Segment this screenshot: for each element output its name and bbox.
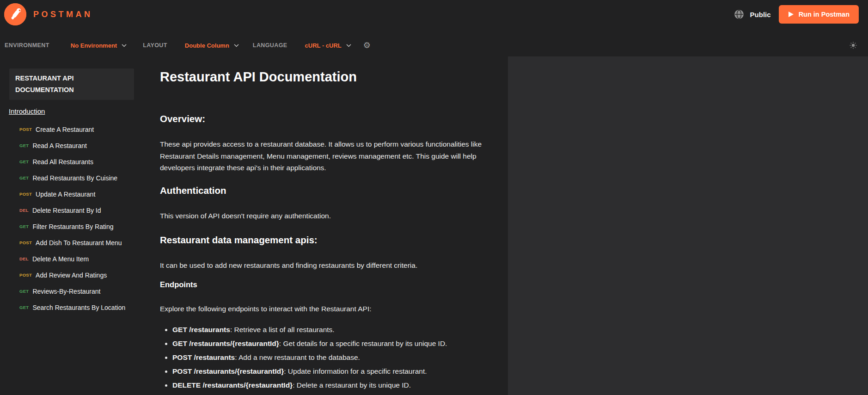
request-label: Read Restaurants By Cuisine [32, 174, 117, 182]
method-badge: GET [19, 224, 29, 229]
sidebar-item-read-all-restaurants[interactable]: GET Read All Restaurants [0, 154, 153, 170]
language-value: cURL - cURL [305, 42, 342, 49]
postman-astronaut-icon [4, 3, 26, 25]
request-label: Reviews-By-Restaurant [32, 288, 100, 295]
endpoints-list: GET /restaurants: Retrieve a list of all… [160, 324, 508, 391]
environment-label: ENVIRONMENT [5, 42, 49, 49]
sidebar-item-read-restaurants-by-cuisine[interactable]: GET Read Restaurants By Cuisine [0, 170, 153, 186]
method-badge: POST [19, 127, 32, 132]
run-in-postman-button[interactable]: Run in Postman [779, 5, 859, 24]
management-body: It can be used to add new restaurants an… [160, 259, 508, 272]
chevron-down-icon [346, 44, 351, 47]
layout-selector[interactable]: Double Column [185, 42, 239, 49]
method-badge: GET [19, 175, 29, 180]
collection-title[interactable]: RESTAURANT API DOCUMENTATION [9, 68, 134, 100]
sidebar-item-introduction[interactable]: Introduction [9, 107, 45, 115]
header-actions: Public Run in Postman [734, 5, 859, 24]
docs-toolbar: ENVIRONMENT No Environment LAYOUT Double… [0, 29, 868, 56]
sidebar-item-update-a-restaurant[interactable]: POST Update A Restaurant [0, 186, 153, 202]
method-badge: POST [19, 272, 32, 278]
sidebar-item-reviews-by-restaurant[interactable]: GET Reviews-By-Restaurant [0, 283, 153, 299]
visibility-label: Public [750, 11, 771, 19]
method-badge: POST [19, 240, 32, 245]
environment-value: No Environment [71, 42, 117, 49]
endpoint-code: GET /restaurants [172, 326, 230, 333]
sidebar-item-add-dish-to-restaurant-menu[interactable]: POST Add Dish To Restaurant Menu [0, 235, 153, 251]
method-badge: GET [19, 143, 29, 148]
request-label: Search Restaurants By Location [32, 304, 125, 311]
request-label: Update A Restaurant [36, 191, 95, 198]
language-selector[interactable]: cURL - cURL [305, 42, 351, 49]
sidebar-item-delete-a-menu-item[interactable]: DEL Delete A Menu Item [0, 251, 153, 267]
method-badge: GET [19, 289, 29, 294]
request-label: Read A Restaurant [32, 142, 87, 149]
request-label: Add Dish To Restaurant Menu [36, 239, 122, 247]
endpoint-desc: : Delete a restaurant by its unique ID. [293, 381, 411, 389]
request-label: Create A Restaurant [36, 126, 94, 133]
endpoint-code: GET /restaurants/{restaurantId} [172, 339, 279, 347]
endpoint-desc: : Retrieve a list of all restaurants. [230, 326, 335, 333]
sidebar-item-add-review-and-ratings[interactable]: POST Add Review And Ratings [0, 267, 153, 283]
overview-body: These api provides access to a restauran… [160, 138, 508, 174]
chevron-down-icon [122, 44, 127, 47]
sidebar-item-search-restaurants-by-location[interactable]: GET Search Restaurants By Location [0, 299, 153, 315]
endpoint-desc: : Add a new restaurant to the database. [235, 353, 360, 361]
management-heading: Restaurant data management apis: [160, 235, 508, 246]
sidebar-item-create-a-restaurant[interactable]: POST Create A Restaurant [0, 121, 153, 137]
endpoint-code: POST /restaurants/{restaurantId} [172, 367, 284, 375]
page-title: Restaurant API Documentation [160, 69, 508, 85]
chevron-down-icon [234, 44, 239, 47]
play-icon [788, 11, 794, 18]
theme-toggle-sun-icon[interactable] [850, 42, 857, 49]
brand-wordmark: POSTMAN [33, 10, 93, 19]
endpoint-item: DELETE /restaurants/{restaurantId}: Dele… [172, 379, 508, 391]
sidebar-item-delete-restaurant-by-id[interactable]: DEL Delete Restaurant By Id [0, 202, 153, 218]
layout-value: Double Column [185, 42, 229, 49]
method-badge: POST [19, 191, 32, 197]
settings-gear-icon[interactable]: ⚙ [363, 41, 371, 49]
method-badge: GET [19, 159, 29, 164]
endpoint-item: POST /restaurants/{restaurantId}: Update… [172, 365, 508, 377]
endpoint-item: GET /restaurants: Retrieve a list of all… [172, 324, 508, 336]
environment-selector[interactable]: No Environment [71, 42, 127, 49]
endpoint-item: POST /restaurants: Add a new restaurant … [172, 352, 508, 364]
endpoint-desc: : Update information for a specific rest… [284, 367, 427, 375]
request-label: Add Review And Ratings [36, 272, 107, 279]
authentication-body: This version of API doesn't require any … [160, 210, 508, 222]
endpoint-code: POST /restaurants [172, 353, 235, 361]
run-button-label: Run in Postman [799, 11, 850, 18]
sidebar-item-read-a-restaurant[interactable]: GET Read A Restaurant [0, 137, 153, 154]
language-label: LANGUAGE [253, 42, 287, 49]
sidebar-item-filter-restaurants-by-rating[interactable]: GET Filter Restaurants By Rating [0, 218, 153, 235]
postman-logo[interactable] [4, 3, 26, 25]
authentication-heading: Authentication [160, 185, 508, 196]
endpoint-code: DELETE /restaurants/{restaurantId} [172, 381, 293, 389]
content-area: RESTAURANT API DOCUMENTATION Introductio… [0, 56, 868, 395]
request-label: Delete Restaurant By Id [32, 207, 101, 214]
request-label: Read All Restaurants [32, 158, 93, 166]
doc-main: Restaurant API Documentation Overview: T… [153, 56, 508, 395]
endpoints-heading: Endpoints [160, 280, 508, 289]
top-header: POSTMAN Public Run in Postman [0, 0, 868, 29]
globe-icon [734, 9, 745, 20]
request-label: Filter Restaurants By Rating [32, 223, 113, 230]
endpoint-item: GET /restaurants/{restaurantId}: Get det… [172, 338, 508, 350]
endpoint-desc: : Get details for a specific restaurant … [279, 339, 447, 347]
method-badge: DEL [19, 208, 29, 213]
layout-label: LAYOUT [143, 42, 167, 49]
overview-heading: Overview: [160, 113, 508, 124]
request-label: Delete A Menu Item [32, 255, 89, 263]
sidebar: RESTAURANT API DOCUMENTATION Introductio… [0, 56, 153, 395]
code-column [508, 56, 868, 395]
method-badge: GET [19, 305, 29, 310]
request-list: POST Create A Restaurant GET Read A Rest… [0, 121, 153, 315]
method-badge: DEL [19, 256, 29, 261]
endpoints-intro: Explore the following endpoints to inter… [160, 303, 508, 315]
